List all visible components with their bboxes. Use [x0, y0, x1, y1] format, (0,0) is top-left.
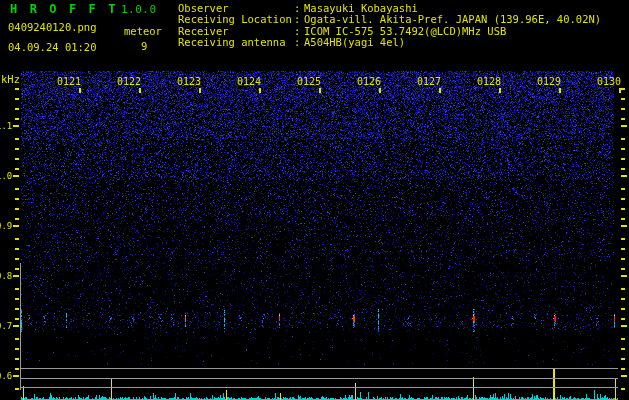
x-axis-tick	[319, 88, 321, 93]
y-axis-minor-tick	[15, 118, 19, 120]
y-axis-minor-tick	[15, 88, 19, 90]
y-axis-minor-tick	[621, 348, 625, 350]
level-ref-line	[20, 378, 618, 379]
y-axis-minor-tick	[621, 138, 625, 140]
y-axis-minor-tick	[15, 348, 19, 350]
y-axis-minor-tick	[621, 208, 625, 210]
x-axis-tick	[259, 88, 261, 93]
x-axis-tick-label: 0124	[237, 76, 263, 87]
y-axis-minor-tick	[15, 238, 19, 240]
y-axis-minor-tick	[621, 168, 625, 170]
y-axis-major-tick	[621, 275, 627, 277]
y-axis-minor-tick	[15, 148, 19, 150]
x-axis-tick-label: 0127	[417, 76, 443, 87]
x-axis-tick-label: 0125	[297, 76, 323, 87]
x-axis-tick	[439, 88, 441, 93]
x-axis-tick-label: 0128	[477, 76, 503, 87]
y-axis-minor-tick	[621, 218, 625, 220]
y-axis-tick-label: 0.8	[0, 271, 12, 281]
x-axis-tick-label: 0130	[597, 76, 623, 87]
y-axis-major-tick	[13, 375, 19, 377]
x-axis-tick	[199, 88, 201, 93]
y-axis-minor-tick	[15, 318, 19, 320]
y-axis-minor-tick	[15, 188, 19, 190]
y-axis-major-tick	[13, 325, 19, 327]
y-axis-minor-tick	[15, 298, 19, 300]
y-axis-tick-label: 0.7	[0, 321, 12, 331]
x-axis-tick	[379, 88, 381, 93]
y-axis-minor-tick	[621, 268, 625, 270]
y-axis-minor-tick	[15, 358, 19, 360]
y-axis-minor-tick	[15, 138, 19, 140]
y-axis-major-tick	[621, 125, 627, 127]
y-axis-minor-tick	[621, 108, 625, 110]
y-axis-minor-tick	[15, 208, 19, 210]
level-axis-line	[20, 263, 21, 390]
y-axis-minor-tick	[621, 258, 625, 260]
y-axis-major-tick	[13, 125, 19, 127]
y-axis-minor-tick	[15, 268, 19, 270]
x-axis-tick	[559, 88, 561, 93]
y-axis-major-tick	[621, 375, 627, 377]
y-axis-minor-tick	[621, 238, 625, 240]
y-axis-minor-tick	[15, 218, 19, 220]
y-axis-major-tick	[13, 225, 19, 227]
x-axis-tick	[499, 88, 501, 93]
y-axis-minor-tick	[621, 288, 625, 290]
y-axis-major-tick	[621, 225, 627, 227]
x-axis-tick-label: 0121	[57, 76, 83, 87]
y-axis-minor-tick	[621, 388, 625, 390]
y-axis-minor-tick	[621, 318, 625, 320]
y-axis-minor-tick	[621, 198, 625, 200]
y-axis-minor-tick	[621, 308, 625, 310]
y-axis-minor-tick	[15, 198, 19, 200]
y-axis-minor-tick	[15, 288, 19, 290]
y-axis-minor-tick	[15, 108, 19, 110]
y-axis-minor-tick	[621, 148, 625, 150]
y-axis-minor-tick	[621, 358, 625, 360]
y-axis-minor-tick	[621, 368, 625, 370]
y-axis-major-tick	[621, 175, 627, 177]
x-axis-tick-label: 0126	[357, 76, 383, 87]
y-axis-minor-tick	[621, 158, 625, 160]
level-ref-line	[20, 368, 618, 369]
x-axis-tick-label: 0122	[117, 76, 143, 87]
axes-layer: 0121012201230124012501260127012801290130…	[0, 0, 629, 400]
y-axis-minor-tick	[15, 308, 19, 310]
y-axis-minor-tick	[15, 388, 19, 390]
y-axis-minor-tick	[621, 298, 625, 300]
x-axis-tick	[79, 88, 81, 93]
y-axis-tick-label: 0.6	[0, 371, 12, 381]
y-axis-minor-tick	[621, 248, 625, 250]
level-ref-line	[20, 387, 618, 388]
y-axis-minor-tick	[621, 188, 625, 190]
y-axis-minor-tick	[15, 368, 19, 370]
x-axis-tick	[139, 88, 141, 93]
y-axis-tick-label: 0.9	[0, 221, 12, 231]
x-axis-tick-label: 0129	[537, 76, 563, 87]
y-axis-major-tick	[621, 325, 627, 327]
y-axis-minor-tick	[621, 118, 625, 120]
y-axis-minor-tick	[15, 258, 19, 260]
y-axis-tick-label: 1.0	[0, 171, 12, 181]
y-axis-minor-tick	[621, 98, 625, 100]
x-axis-tick-label: 0123	[177, 76, 203, 87]
y-axis-minor-tick	[15, 158, 19, 160]
y-axis-minor-tick	[15, 98, 19, 100]
y-axis-tick-label: 1.1	[0, 121, 12, 131]
y-axis-minor-tick	[15, 168, 19, 170]
y-axis-minor-tick	[621, 88, 625, 90]
y-axis-major-tick	[13, 275, 19, 277]
y-axis-minor-tick	[15, 338, 19, 340]
y-axis-minor-tick	[621, 338, 625, 340]
y-axis-major-tick	[13, 175, 19, 177]
hrofft-screen: H R O F F T 1.0.0 0409240120.png meteor …	[0, 0, 629, 400]
y-axis-minor-tick	[15, 248, 19, 250]
